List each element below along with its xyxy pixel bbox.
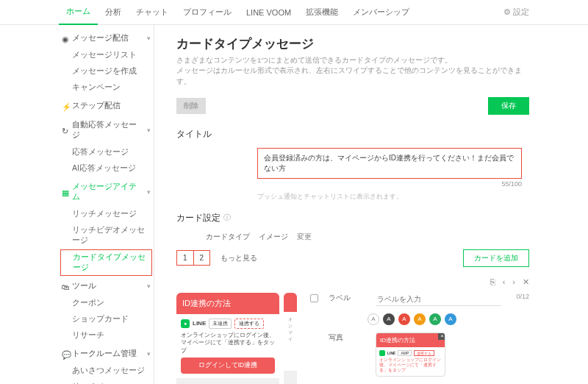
mini-amp: AMP (398, 350, 412, 356)
title-section-label: タイトル (176, 128, 529, 141)
nav-tab-analytics[interactable]: 分析 (98, 0, 129, 25)
sb-group-message-items[interactable]: ▦メッセージアイテム▾ (59, 178, 154, 206)
sb-group-talkroom[interactable]: 💬トークルーム管理▾ (59, 345, 154, 363)
gear-icon: ⚙ (503, 7, 511, 17)
mini-link: 連携する (414, 350, 434, 356)
card-tab-more[interactable]: もっと見る (213, 250, 265, 266)
title-input[interactable]: 会員登録済みの方は、マイページからID連携を行ってください！まだ会員でない方 (257, 148, 522, 179)
line-logo-icon: ● (181, 319, 190, 328)
color-swatches: A A A A A A (368, 313, 456, 325)
swatch-dark[interactable]: A (383, 313, 395, 325)
photo-remove-icon[interactable]: × (438, 333, 445, 340)
card-type-label: カードタイプ (206, 232, 250, 242)
mini-line-icon (379, 350, 385, 356)
sb-group-message-delivery[interactable]: ◉メッセージ配信▾ (59, 29, 154, 47)
swatch-green[interactable]: A (429, 313, 441, 325)
page-description: さまざまなコンテンツを1つにまとめて送信できるカードタイプのメッセージです。 メ… (176, 55, 529, 87)
card-type-value: イメージ (259, 232, 288, 242)
sidebar-item-campaign[interactable]: キャンペーン (59, 79, 154, 96)
preview-link-button: 連携する (234, 319, 264, 329)
chat-icon: 💬 (62, 350, 69, 358)
sb-head-label: ツール (72, 281, 96, 291)
change-link[interactable]: 変更 (297, 232, 312, 242)
swatch-red[interactable]: A (398, 313, 410, 325)
label-field-label: ラベル (329, 293, 365, 303)
delete-button[interactable]: 削除 (176, 98, 206, 114)
page-title: カードタイプメッセージ (176, 35, 529, 52)
message-icon: ◉ (62, 35, 69, 42)
main: カードタイプメッセージ さまざまなコンテンツを1つにまとめて送信できるカードタイ… (154, 25, 529, 384)
tool-icon: 🛍 (62, 282, 69, 290)
card-settings-label: カード設定 (176, 212, 220, 224)
sidebar-item-response-msg[interactable]: 応答メッセージ (59, 144, 154, 160)
sb-head-label: メッセージアイテム (72, 182, 144, 202)
sb-head-label: ステップ配信 (72, 101, 121, 111)
items-icon: ▦ (62, 188, 69, 196)
preview-status: 未連携 (209, 319, 232, 329)
preview-line-label: LINE (193, 320, 206, 327)
card-toolbar: ⎘ ‹ › ✕ (490, 277, 529, 287)
chevron-icon: ▾ (147, 35, 151, 42)
card-tab-2[interactable]: 2 (194, 250, 211, 266)
sidebar-item-message-list[interactable]: メッセージリスト (59, 47, 154, 63)
card-preview-2-peek: オンマイ (284, 293, 297, 384)
sidebar-item-shop-card[interactable]: ショップカード (59, 311, 154, 327)
sb-head-label: メッセージ配信 (72, 33, 129, 43)
add-card-button[interactable]: カードを追加 (463, 249, 529, 267)
label-counter: 0/12 (516, 293, 529, 300)
nav-tab-home[interactable]: ホーム (59, 0, 98, 25)
swatch-white[interactable]: A (368, 313, 379, 325)
sidebar-item-rich-video[interactable]: リッチビデオメッセージ (59, 222, 154, 249)
settings-label: 設定 (513, 7, 529, 18)
sidebar-item-create-message[interactable]: メッセージを作成 (59, 63, 154, 79)
chevron-icon: ▾ (147, 282, 151, 290)
label-input[interactable] (376, 293, 501, 306)
card-preview-column: ID連携の方法 ● LINE 未連携 連携する オンラインショップにログイン後、… (176, 293, 297, 384)
sb-group-step[interactable]: ⚡ステップ配信 (59, 97, 154, 115)
chevron-icon: ▾ (147, 127, 151, 134)
step-icon: ⚡ (62, 102, 69, 110)
sb-head-label: 自動応答メッセージ (72, 120, 144, 141)
title-hint: プッシュ通知とチャットリストに表示されます。 (257, 192, 529, 202)
nav-tab-extensions[interactable]: 拡張機能 (298, 0, 345, 25)
photo-preview[interactable]: × ID連携の方法 LINE AMP 連携する オンラインショップにログイン後、… (376, 333, 445, 377)
auto-icon: ↻ (62, 127, 69, 134)
sidebar-item-greeting[interactable]: あいさつメッセージ (59, 363, 154, 379)
preview-header: ID連携の方法 (176, 293, 279, 314)
mini-line-label: LINE (387, 351, 395, 355)
photo-field-label: 写真 (329, 333, 365, 343)
mini-text: オンラインショップにログイン後、マイページにて「連携する」をタップ (379, 358, 442, 373)
swatch-blue[interactable]: A (445, 313, 456, 325)
sidebar: ◉メッセージ配信▾ メッセージリスト メッセージを作成 キャンペーン ⚡ステップ… (59, 25, 154, 384)
label-checkbox[interactable] (310, 294, 318, 302)
sidebar-item-ai-response[interactable]: AI応答メッセージ (59, 160, 154, 177)
sidebar-item-rich-menu[interactable]: リッチメニュー (59, 379, 154, 384)
save-button[interactable]: 保存 (488, 97, 529, 115)
title-counter: 55/100 (257, 180, 522, 188)
next-icon[interactable]: › (512, 277, 515, 286)
preview-body-text: オンラインショップにログイン後、 マイページにて「連携する」をタップ (181, 332, 275, 355)
nav-tab-voom[interactable]: LINE VOOM (239, 0, 298, 25)
swatch-orange[interactable]: A (414, 313, 426, 325)
chevron-icon: ▾ (147, 350, 151, 358)
card-tab-1[interactable]: 1 (176, 250, 194, 266)
nav-tab-membership[interactable]: メンバーシップ (345, 0, 417, 25)
sb-head-label: トークルーム管理 (72, 349, 137, 359)
card-preview-1: ID連携の方法 ● LINE 未連携 連携する オンラインショップにログイン後、… (176, 293, 279, 384)
sidebar-item-coupon[interactable]: クーポン (59, 295, 154, 311)
mini-header: ID連携の方法 (376, 333, 445, 347)
copy-icon[interactable]: ⎘ (490, 277, 495, 286)
card-form-column: ラベル 0/12 A A A A A A 写真 (310, 293, 529, 384)
sidebar-item-research[interactable]: リサーチ (59, 327, 154, 344)
close-icon[interactable]: ✕ (523, 277, 529, 287)
help-icon[interactable]: ⓘ (223, 213, 231, 223)
chevron-icon: ▾ (147, 188, 151, 196)
sb-group-tools[interactable]: 🛍ツール▾ (59, 277, 154, 295)
prev-icon[interactable]: ‹ (503, 277, 506, 286)
sidebar-item-rich-message[interactable]: リッチメッセージ (59, 206, 154, 222)
nav-tab-chat[interactable]: チャット (129, 0, 176, 25)
sb-group-auto-response[interactable]: ↻自動応答メッセージ▾ (59, 116, 154, 144)
settings-link[interactable]: ⚙ 設定 (503, 7, 529, 18)
nav-tab-profile[interactable]: プロフィール (176, 0, 239, 25)
sidebar-item-card-type[interactable]: カードタイプメッセージ (60, 249, 152, 276)
